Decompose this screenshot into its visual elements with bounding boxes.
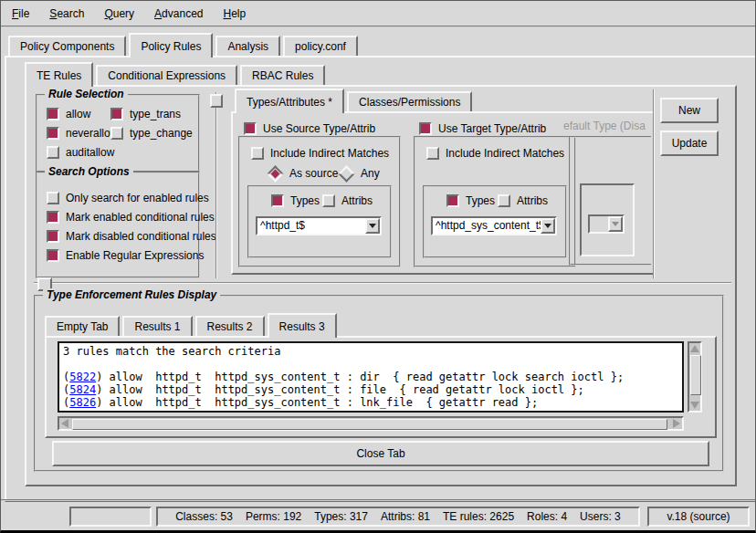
target-types-box: Types Attribs ^httpd_sys_content_t$	[423, 185, 567, 258]
tab-results-3[interactable]: Results 3	[268, 313, 337, 338]
rule-selection-title: Rule Selection	[45, 88, 128, 100]
checkbox-allow[interactable]: allow	[47, 108, 90, 120]
tab-policy-components[interactable]: Policy Components	[8, 36, 126, 56]
checkbox-indicator	[47, 108, 59, 120]
checkbox-source-attribs[interactable]: Attribs	[322, 194, 373, 207]
checkbox-only-enabled[interactable]: Only search for enabled rules	[47, 192, 209, 204]
menu-search[interactable]: Search	[49, 7, 84, 20]
rule-id-link[interactable]: 5824	[69, 383, 96, 396]
statusbar-stats: Classes: 53 Perms: 192 Types: 317 Attrib…	[156, 507, 640, 527]
target-type-combobox[interactable]: ^httpd_sys_content_t$	[431, 216, 557, 235]
checkbox-indicator	[426, 147, 439, 160]
checkbox-indicator	[47, 127, 59, 140]
radio-any[interactable]: Any	[341, 167, 380, 180]
statusbar-message-box	[69, 507, 152, 527]
horizontal-scrollbar[interactable]	[58, 416, 684, 431]
stat-perms: Perms: 192	[246, 510, 301, 523]
stat-types: Types: 317	[314, 510, 368, 523]
scroll-down-arrow-icon[interactable]	[690, 402, 699, 409]
checkbox-neverallow[interactable]: neverallow	[47, 127, 118, 140]
statusbar-version: v.18 (source)	[647, 507, 750, 527]
default-type-dropdown-button	[608, 216, 623, 232]
target-type-dropdown-button[interactable]	[541, 218, 555, 234]
checkbox-type-trans[interactable]: type_trans	[110, 108, 181, 120]
radio-as-source[interactable]: As source	[269, 167, 338, 180]
source-type-dropdown-button[interactable]	[365, 218, 380, 234]
checkbox-indicator	[47, 211, 59, 224]
source-type-combobox[interactable]: ^httpd_t$	[256, 216, 382, 235]
menu-file[interactable]: File	[12, 7, 29, 20]
default-type-box	[580, 183, 635, 256]
default-type-label: efault Type (Disa	[563, 120, 646, 132]
chevron-down-icon	[369, 224, 376, 228]
apol-window: File Search Query Advanced Help Policy C…	[0, 0, 756, 533]
tab-classes-permissions[interactable]: Classes/Permissions	[347, 91, 472, 111]
rule-line: (5824) allow httpd_t httpd_sys_content_t…	[63, 383, 678, 396]
vertical-sash	[215, 92, 217, 278]
close-tab-button[interactable]: Close Tab	[52, 441, 709, 466]
menu-query[interactable]: Query	[104, 7, 134, 20]
chevron-down-icon	[544, 224, 551, 228]
checkbox-indicator	[47, 249, 59, 262]
target-type-value[interactable]: ^httpd_sys_content_t$	[433, 218, 541, 234]
tab-results-2[interactable]: Results 2	[195, 316, 265, 336]
menu-help[interactable]: Help	[223, 7, 246, 20]
tab-rbac-rules[interactable]: RBAC Rules	[240, 65, 325, 85]
default-type-frame	[569, 136, 651, 266]
checkbox-indicator	[251, 147, 264, 160]
checkbox-mark-enabled[interactable]: Mark enabled conditional rules	[47, 211, 215, 224]
tab-empty-tab[interactable]: Empty Tab	[45, 316, 120, 336]
vertical-scrollbar-thumb[interactable]	[690, 355, 701, 395]
rule-id-link[interactable]: 5822	[69, 371, 96, 383]
statusbar-separator	[1, 499, 756, 501]
scroll-left-arrow-icon[interactable]	[61, 419, 68, 428]
scroll-up-arrow-icon[interactable]	[690, 345, 699, 352]
checkbox-auditallow[interactable]: auditallow	[47, 146, 114, 159]
tab-types-attributes[interactable]: Types/Attributes *	[235, 89, 344, 113]
tab-analysis[interactable]: Analysis	[215, 36, 280, 56]
tab-conditional-expressions[interactable]: Conditional Expressions	[96, 65, 237, 85]
rule-line: (5826) allow httpd_t httpd_sys_content_t…	[63, 396, 678, 409]
vertical-sash-handle[interactable]	[210, 94, 223, 108]
tab-te-rules[interactable]: TE Rules	[25, 62, 93, 87]
checkbox-source-types[interactable]: Types	[271, 194, 320, 207]
checkbox-target-attribs[interactable]: Attribs	[498, 194, 548, 207]
horizontal-sash	[34, 282, 731, 284]
checkbox-indicator	[47, 146, 59, 159]
results-text-area[interactable]: 3 rules match the search criteria (5822)…	[58, 341, 684, 413]
checkbox-use-target-type[interactable]: Use Target Type/Attrib	[419, 122, 546, 135]
stat-users: Users: 3	[580, 510, 621, 523]
stat-classes: Classes: 53	[175, 510, 233, 523]
new-button[interactable]: New	[660, 98, 719, 123]
source-type-value[interactable]: ^httpd_t$	[257, 218, 365, 234]
scroll-right-arrow-icon[interactable]	[673, 419, 680, 428]
checkbox-indicator	[271, 194, 284, 207]
checkbox-source-indirect[interactable]: Include Indirect Matches	[251, 147, 389, 160]
stat-te-rules: TE rules: 2625	[443, 510, 514, 523]
pane-divider	[653, 89, 655, 278]
horizontal-scrollbar-thumb[interactable]	[72, 419, 667, 430]
checkbox-target-indirect[interactable]: Include Indirect Matches	[426, 147, 564, 160]
checkbox-use-source-type[interactable]: Use Source Type/Attrib	[244, 122, 375, 135]
checkbox-mark-disabled[interactable]: Mark disabled conditional rules	[47, 230, 216, 243]
main-tab-bar: Policy Components Policy Rules Analysis …	[8, 33, 358, 57]
update-button[interactable]: Update	[660, 131, 719, 156]
checkbox-indicator	[446, 194, 459, 207]
results-tab-bar: Empty Tab Results 1 Results 2 Results 3	[45, 313, 337, 338]
source-type-frame: Include Indirect Matches As source Any T…	[238, 136, 401, 267]
checkbox-indicator	[47, 192, 59, 204]
menu-advanced[interactable]: Advanced	[154, 7, 203, 20]
tab-results-1[interactable]: Results 1	[122, 316, 192, 336]
tab-policy-rules[interactable]: Policy Rules	[129, 33, 213, 57]
rule-id-link[interactable]: 5826	[69, 396, 96, 409]
vertical-scrollbar[interactable]	[688, 341, 702, 413]
rule-selection-frame: Rule Selection allow type_trans neverall…	[36, 94, 200, 172]
search-options-frame: Search Options Only search for enabled r…	[36, 172, 200, 278]
checkbox-type-change[interactable]: type_change	[110, 127, 193, 140]
chevron-down-icon	[612, 222, 619, 226]
checkbox-enable-regex[interactable]: Enable Regular Expressions	[47, 249, 204, 262]
checkbox-indicator	[419, 122, 432, 135]
tab-policy-conf[interactable]: policy.conf	[283, 36, 358, 56]
checkbox-target-types[interactable]: Types	[446, 194, 495, 207]
blank-line	[63, 358, 678, 371]
